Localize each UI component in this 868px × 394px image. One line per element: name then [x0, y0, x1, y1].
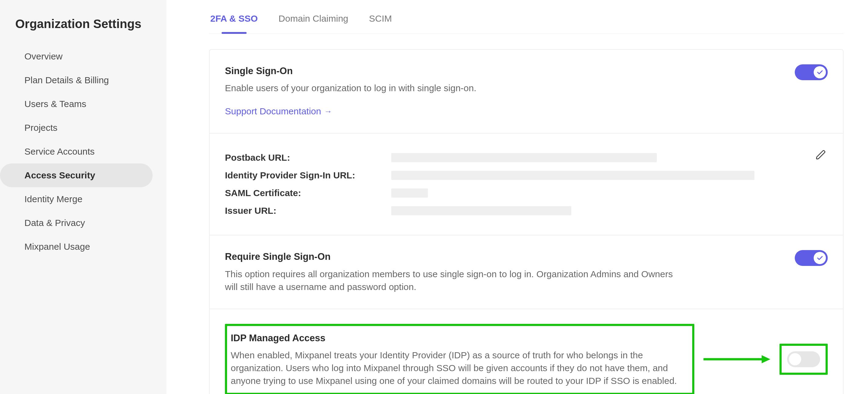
sidebar-item-mixpanel-usage[interactable]: Mixpanel Usage: [0, 235, 153, 259]
idp-description: When enabled, Mixpanel treats your Ident…: [231, 349, 688, 387]
sidebar-item-projects[interactable]: Projects: [0, 116, 153, 140]
toggle-knob: [789, 353, 801, 365]
tab-scim[interactable]: SCIM: [368, 9, 393, 34]
section-sso-details: Postback URL: Identity Provider Sign-In …: [210, 133, 843, 235]
main-content: 2FA & SSO Domain Claiming SCIM Single Si…: [166, 0, 868, 394]
link-label: Support Documentation: [225, 105, 321, 118]
sso-description: Enable users of your organization to log…: [225, 82, 476, 95]
sso-toggle[interactable]: [795, 64, 828, 80]
tab-label: 2FA & SSO: [210, 13, 258, 24]
sidebar-item-label: Identity Merge: [24, 194, 83, 204]
field-idp-signin-url: Identity Provider Sign-In URL:: [225, 166, 828, 184]
sidebar-item-label: Service Accounts: [24, 146, 95, 157]
sidebar-nav: Overview Plan Details & Billing Users & …: [0, 44, 166, 259]
sidebar-item-label: Projects: [24, 123, 57, 133]
sidebar-item-label: Mixpanel Usage: [24, 241, 90, 252]
tab-2fa-sso[interactable]: 2FA & SSO: [209, 9, 259, 34]
support-documentation-link[interactable]: Support Documentation →: [225, 105, 332, 118]
highlight-box-toggle: [779, 344, 828, 375]
field-label: Postback URL:: [225, 151, 391, 164]
svg-marker-1: [762, 355, 770, 363]
tab-label: SCIM: [369, 13, 392, 24]
sidebar-item-label: Overview: [24, 51, 63, 61]
sidebar-item-data-privacy[interactable]: Data & Privacy: [0, 211, 153, 235]
field-postback-url: Postback URL:: [225, 149, 828, 166]
idp-title: IDP Managed Access: [231, 331, 688, 344]
tab-domain-claiming[interactable]: Domain Claiming: [277, 9, 349, 34]
field-issuer-url: Issuer URL:: [225, 202, 828, 220]
sidebar-item-label: Plan Details & Billing: [24, 75, 109, 85]
field-label: Identity Provider Sign-In URL:: [225, 169, 391, 182]
require-sso-title: Require Single Sign-On: [225, 250, 683, 263]
edit-button[interactable]: [814, 148, 828, 165]
sidebar-item-label: Access Security: [24, 170, 95, 180]
sso-title: Single Sign-On: [225, 64, 476, 77]
pencil-icon: [815, 150, 827, 160]
idp-toggle[interactable]: [787, 351, 820, 367]
sidebar-item-access-security[interactable]: Access Security: [0, 163, 153, 187]
sidebar-item-overview[interactable]: Overview: [0, 44, 153, 68]
annotation-arrow-icon: [704, 350, 770, 368]
sidebar-item-plan-billing[interactable]: Plan Details & Billing: [0, 68, 153, 92]
sidebar-item-service-accounts[interactable]: Service Accounts: [0, 140, 153, 163]
require-sso-description: This option requires all organization me…: [225, 268, 683, 293]
toggle-knob: [814, 66, 826, 78]
toggle-knob: [814, 252, 826, 264]
redacted-value: [391, 189, 428, 198]
sidebar: Organization Settings Overview Plan Deta…: [0, 0, 166, 394]
require-sso-toggle[interactable]: [795, 250, 828, 266]
redacted-value: [391, 206, 571, 215]
tabs: 2FA & SSO Domain Claiming SCIM: [209, 0, 844, 34]
sidebar-item-identity-merge[interactable]: Identity Merge: [0, 187, 153, 211]
field-label: Issuer URL:: [225, 204, 391, 217]
redacted-value: [391, 153, 657, 162]
sidebar-item-users-teams[interactable]: Users & Teams: [0, 92, 153, 116]
redacted-value: [391, 171, 754, 180]
annotation-arrow-wrap: [704, 350, 770, 368]
arrow-right-icon: →: [324, 106, 332, 117]
highlight-box-text: IDP Managed Access When enabled, Mixpane…: [225, 324, 694, 394]
settings-card: Single Sign-On Enable users of your orga…: [209, 49, 844, 394]
section-idp-managed-access: IDP Managed Access When enabled, Mixpane…: [210, 308, 843, 394]
tab-label: Domain Claiming: [279, 13, 348, 24]
page-title: Organization Settings: [0, 15, 166, 44]
sidebar-item-label: Data & Privacy: [24, 218, 85, 228]
section-require-sso: Require Single Sign-On This option requi…: [210, 235, 843, 308]
field-saml-certificate: SAML Certificate:: [225, 184, 828, 202]
section-sso: Single Sign-On Enable users of your orga…: [210, 50, 843, 133]
check-icon: [816, 69, 824, 76]
sidebar-item-label: Users & Teams: [24, 99, 86, 109]
field-label: SAML Certificate:: [225, 187, 391, 199]
check-icon: [816, 254, 824, 262]
